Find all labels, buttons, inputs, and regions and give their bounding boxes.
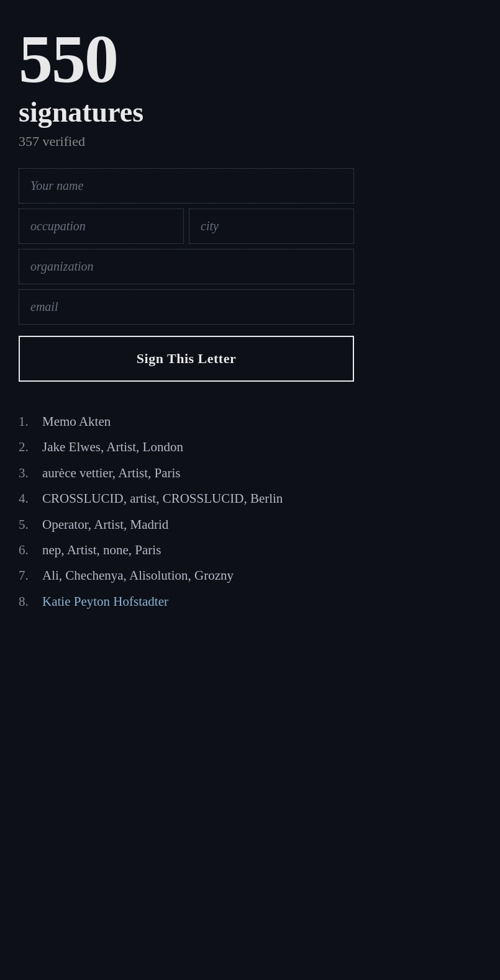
name-input[interactable] [19,168,354,204]
verified-count: 357 verified [19,133,481,150]
occupation-input[interactable] [19,209,184,244]
signatories-list: 1.Memo Akten2.Jake Elwes, Artist, London… [19,413,391,611]
signatory-text: CROSSLUCID, artist, CROSSLUCID, Berlin [42,490,283,508]
signatory-text: Jake Elwes, Artist, London [42,438,183,456]
signatory-number: 5. [19,516,42,534]
signatory-text: Operator, Artist, Madrid [42,516,168,534]
signatory-number: 7. [19,567,42,585]
list-item: 2.Jake Elwes, Artist, London [19,438,391,456]
list-item: 1.Memo Akten [19,413,391,431]
organization-input[interactable] [19,249,354,284]
signatory-number: 6. [19,541,42,559]
list-item: 5.Operator, Artist, Madrid [19,516,391,534]
form-container: Sign This Letter [19,168,354,382]
city-input[interactable] [189,209,354,244]
signatory-number: 2. [19,438,42,456]
signatory-text: Ali, Chechenya, Alisolution, Grozny [42,567,234,585]
sign-button[interactable]: Sign This Letter [19,336,354,382]
list-item: 4.CROSSLUCID, artist, CROSSLUCID, Berlin [19,490,391,508]
list-item: 6.nep, Artist, none, Paris [19,541,391,559]
signatory-text: Memo Akten [42,413,111,431]
signatures-label: signatures [19,96,481,128]
signature-count: 550 [19,25,481,93]
list-item: 8.Katie Peyton Hofstadter [19,593,391,611]
email-input[interactable] [19,289,354,325]
list-item: 3.aurèce vettier, Artist, Paris [19,464,391,482]
signatory-number: 4. [19,490,42,508]
signatory-number: 1. [19,413,42,431]
signatory-text: nep, Artist, none, Paris [42,541,161,559]
signatory-number: 3. [19,464,42,482]
signatory-number: 8. [19,593,42,611]
list-item: 7.Ali, Chechenya, Alisolution, Grozny [19,567,391,585]
signatory-text: Katie Peyton Hofstadter [42,593,168,611]
signatory-text: aurèce vettier, Artist, Paris [42,464,181,482]
